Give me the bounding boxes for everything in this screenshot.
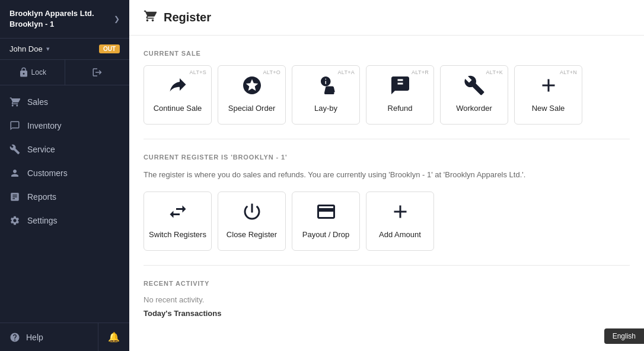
service-icon	[9, 144, 20, 155]
sidebar-item-inventory-label: Inventory	[27, 121, 62, 130]
reports-icon	[9, 192, 20, 202]
recent-empty-text: No recent activity.	[144, 295, 630, 304]
main-header: Register	[129, 0, 644, 36]
sidebar-item-reports-label: Reports	[27, 192, 56, 202]
inventory-icon	[9, 120, 20, 131]
add-amount-icon	[390, 201, 411, 225]
lay-by-shortcut: ALT+A	[338, 69, 355, 75]
sidebar-item-inventory[interactable]: Inventory	[0, 114, 129, 138]
add-amount-card[interactable]: Add Amount	[366, 192, 434, 251]
switch-registers-card[interactable]: Switch Registers	[144, 192, 212, 251]
notification-button[interactable]: 🔔	[98, 323, 129, 351]
payout-drop-card[interactable]: Payout / Drop	[292, 192, 360, 251]
lay-by-label: Lay-by	[314, 104, 337, 114]
lay-by-card[interactable]: ALT+A Lay-by	[292, 65, 360, 125]
language-badge[interactable]: English	[604, 328, 644, 344]
sidebar: Brooklyn Apparels Ltd. Brooklyn - 1 ❯ Jo…	[0, 0, 129, 351]
continue-sale-card[interactable]: ALT+S Continue Sale	[144, 65, 212, 125]
current-register-section: CURRENT REGISTER IS 'BROOKLYN - 1' The r…	[144, 154, 630, 251]
register-cards: Switch Registers Close Register Payout /…	[144, 192, 630, 251]
close-register-label: Close Register	[227, 230, 277, 240]
signout-icon	[92, 67, 103, 78]
continue-sale-shortcut: ALT+S	[190, 69, 206, 75]
main-body: CURRENT SALE ALT+S Continue Sale ALT+O	[129, 36, 644, 332]
company-name: Brooklyn Apparels Ltd.	[9, 8, 94, 19]
lock-button[interactable]: Lock	[0, 60, 65, 85]
new-sale-shortcut: ALT+N	[560, 69, 577, 75]
refund-shortcut: ALT+R	[412, 69, 429, 75]
customers-icon	[9, 168, 20, 178]
location-name: Brooklyn - 1	[9, 19, 94, 30]
workorder-label: Workorder	[456, 104, 492, 114]
new-sale-icon	[538, 75, 559, 99]
help-button[interactable]: Help	[0, 323, 98, 351]
recent-activity-section: RECENT ACTIVITY No recent activity. Toda…	[144, 280, 630, 318]
brand-section[interactable]: Brooklyn Apparels Ltd. Brooklyn - 1 ❯	[0, 0, 129, 39]
user-chevron-icon: ▾	[46, 45, 50, 53]
divider-2	[144, 265, 630, 266]
signout-button[interactable]	[65, 60, 130, 85]
sidebar-quick-actions: Lock	[0, 60, 129, 85]
register-icon	[144, 9, 157, 25]
recent-activity-title: RECENT ACTIVITY	[144, 280, 630, 287]
help-icon	[9, 332, 20, 343]
special-order-icon	[241, 75, 263, 99]
new-sale-card[interactable]: ALT+N New Sale	[514, 65, 582, 125]
sidebar-nav: Sales Inventory Service Customers	[0, 85, 129, 323]
today-transactions-title: Today's Transactions	[144, 309, 630, 318]
sidebar-item-settings-label: Settings	[27, 216, 58, 225]
current-sale-cards: ALT+S Continue Sale ALT+O Special Order	[144, 65, 630, 125]
sidebar-item-service[interactable]: Service	[0, 138, 129, 161]
close-register-icon	[241, 201, 263, 225]
payout-drop-label: Payout / Drop	[302, 230, 350, 240]
current-sale-title: CURRENT SALE	[144, 50, 630, 57]
close-register-card[interactable]: Close Register	[218, 192, 286, 251]
special-order-card[interactable]: ALT+O Special Order	[218, 65, 286, 125]
refund-icon	[390, 75, 411, 99]
brand-arrow-icon: ❯	[114, 15, 120, 23]
workorder-card[interactable]: ALT+K Workorder	[440, 65, 508, 125]
divider-1	[144, 139, 630, 139]
continue-sale-label: Continue Sale	[154, 104, 202, 114]
lock-label: Lock	[31, 68, 46, 76]
current-sale-section: CURRENT SALE ALT+S Continue Sale ALT+O	[144, 50, 630, 125]
sidebar-item-customers[interactable]: Customers	[0, 161, 129, 185]
sidebar-item-sales[interactable]: Sales	[0, 90, 129, 114]
switch-registers-icon	[167, 201, 189, 225]
sales-icon	[9, 97, 20, 107]
notification-icon: 🔔	[108, 331, 120, 343]
user-section: John Doe ▾ OUT	[0, 39, 129, 60]
continue-sale-icon	[167, 75, 189, 99]
lay-by-icon	[315, 75, 337, 99]
workorder-icon	[464, 75, 485, 99]
sidebar-item-customers-label: Customers	[27, 168, 68, 178]
sidebar-item-sales-label: Sales	[27, 97, 48, 107]
payout-drop-icon	[315, 201, 337, 225]
workorder-shortcut: ALT+K	[486, 69, 503, 75]
lock-icon	[18, 67, 29, 78]
add-amount-label: Add Amount	[379, 230, 421, 240]
sidebar-bottom: Help 🔔	[0, 323, 129, 351]
register-info-text: The register is where you do sales and r…	[144, 169, 630, 181]
sidebar-item-settings[interactable]: Settings	[0, 209, 129, 232]
main-content: Register CURRENT SALE ALT+S Continue Sal…	[129, 0, 644, 351]
help-label: Help	[26, 333, 43, 342]
special-order-label: Special Order	[228, 104, 275, 114]
refund-label: Refund	[388, 104, 413, 114]
settings-icon	[9, 215, 20, 226]
out-badge: OUT	[99, 44, 120, 53]
sidebar-item-reports[interactable]: Reports	[0, 185, 129, 209]
user-name: John Doe	[9, 44, 43, 53]
current-register-title: CURRENT REGISTER IS 'BROOKLYN - 1'	[144, 154, 630, 161]
sidebar-item-service-label: Service	[27, 145, 55, 154]
brand-text: Brooklyn Apparels Ltd. Brooklyn - 1	[9, 8, 94, 30]
refund-card[interactable]: ALT+R Refund	[366, 65, 434, 125]
new-sale-label: New Sale	[532, 104, 565, 114]
page-title: Register	[164, 11, 211, 24]
special-order-shortcut: ALT+O	[263, 69, 280, 75]
switch-registers-label: Switch Registers	[149, 230, 206, 240]
